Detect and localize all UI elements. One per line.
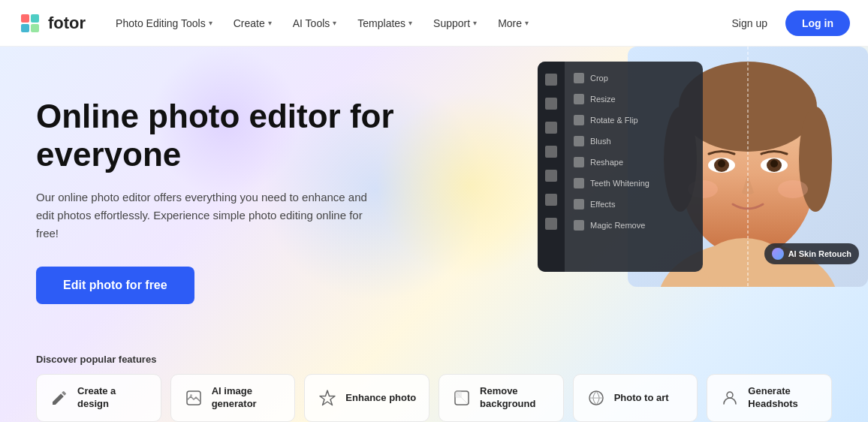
menu-item-effects[interactable]: Effects — [565, 194, 703, 215]
svg-point-23 — [190, 394, 192, 396]
chevron-down-icon: ▾ — [333, 19, 336, 27]
menu-item-blush[interactable]: Blush — [565, 131, 703, 152]
enhance-icon — [317, 387, 338, 408]
sidebar-icon-adjust[interactable] — [545, 98, 557, 110]
chevron-down-icon: ▾ — [525, 19, 529, 27]
chevron-down-icon: ▾ — [209, 19, 212, 27]
ai-skin-retouch-badge: AI Skin Retouch — [764, 243, 859, 264]
svg-point-19 — [778, 180, 808, 198]
sidebar-icon-filter[interactable] — [545, 122, 557, 134]
navbar: fotor Photo Editing Tools ▾ Create ▾ AI … — [0, 0, 868, 47]
edit-photo-button[interactable]: Edit photo for free — [36, 267, 194, 304]
chevron-down-icon: ▾ — [408, 19, 412, 27]
nav-item-create[interactable]: Create ▾ — [225, 11, 281, 35]
svg-point-28 — [727, 392, 733, 398]
ai-badge-icon — [772, 248, 784, 260]
hero-image: Crop Resize Rotate & Flip Blush — [538, 47, 868, 302]
logo-text: fotor — [48, 14, 86, 33]
sidebar-icon-text[interactable] — [545, 218, 557, 230]
editor-sidebar — [538, 62, 565, 272]
nav-item-photo-editing[interactable]: Photo Editing Tools ▾ — [107, 11, 222, 35]
nav-item-more[interactable]: More ▾ — [489, 11, 538, 35]
menu-item-crop[interactable]: Crop — [565, 68, 703, 89]
login-button[interactable]: Log in — [785, 11, 850, 36]
menu-item-magic-remove[interactable]: Magic Remove — [565, 215, 703, 236]
feature-card-remove-bg[interactable]: Remove background — [439, 374, 564, 422]
feature-card-photo-to-art[interactable]: Photo to art — [573, 374, 698, 422]
ai-image-gen-icon — [183, 387, 204, 408]
nav-links: Photo Editing Tools ▾ Create ▾ AI Tools … — [107, 11, 722, 35]
feature-card-headshots[interactable]: Generate Headshots — [707, 374, 832, 422]
sidebar-icon-eye[interactable] — [545, 146, 557, 158]
remove-bg-icon — [451, 387, 472, 408]
nav-item-support[interactable]: Support ▾ — [424, 11, 486, 35]
teeth-icon — [574, 178, 584, 188]
logo-icon — [18, 11, 42, 35]
feature-label-headshots: Generate Headshots — [748, 385, 819, 411]
blush-icon — [574, 136, 584, 146]
svg-rect-4 — [31, 24, 39, 32]
menu-item-reshape[interactable]: Reshape — [565, 152, 703, 173]
feature-label-photo-to-art: Photo to art — [614, 392, 669, 405]
menu-item-rotate[interactable]: Rotate & Flip — [565, 110, 703, 131]
chevron-down-icon: ▾ — [268, 19, 272, 27]
svg-rect-25 — [455, 391, 462, 398]
editor-panel: Crop Resize Rotate & Flip Blush — [538, 62, 703, 272]
signup-button[interactable]: Sign up — [723, 11, 776, 35]
svg-rect-3 — [21, 24, 29, 32]
feature-card-ai-image-gen[interactable]: AI image generator — [170, 374, 296, 422]
photo-composite: Crop Resize Rotate & Flip Blush — [538, 47, 868, 302]
features-title: Discover popular features — [36, 354, 832, 365]
nav-item-templates[interactable]: Templates ▾ — [348, 11, 421, 35]
hero-content: Online photo editor for everyone Our onl… — [36, 83, 426, 304]
logo[interactable]: fotor — [18, 11, 86, 35]
sidebar-icon-grid[interactable] — [545, 74, 557, 86]
features-grid: Create a design AI image generator — [36, 374, 832, 422]
svg-point-17 — [770, 160, 778, 167]
feature-label-create-design: Create a design — [77, 385, 149, 411]
effects-icon — [574, 199, 584, 209]
hero-title: Online photo editor for everyone — [36, 98, 426, 173]
create-design-icon — [49, 387, 70, 408]
feature-label-enhance: Enhance photo — [345, 392, 416, 405]
features-section: Discover popular features Create a desig… — [0, 354, 868, 422]
chevron-down-icon: ▾ — [473, 19, 477, 27]
hero-section: Online photo editor for everyone Our onl… — [0, 47, 868, 422]
magic-remove-icon — [574, 220, 584, 231]
resize-icon — [574, 94, 584, 104]
nav-item-ai-tools[interactable]: AI Tools ▾ — [284, 11, 346, 35]
photo-to-art-icon — [586, 387, 607, 408]
menu-item-teeth[interactable]: Teeth Whitening — [565, 173, 703, 194]
nav-actions: Sign up Log in — [723, 11, 850, 36]
svg-point-11 — [799, 107, 832, 212]
editor-menu: Crop Resize Rotate & Flip Blush — [565, 62, 703, 272]
reshape-icon — [574, 157, 584, 167]
menu-item-resize[interactable]: Resize — [565, 89, 703, 110]
sidebar-icon-frame[interactable] — [545, 170, 557, 182]
feature-label-ai-image-gen: AI image generator — [212, 385, 283, 411]
headshots-icon — [719, 387, 740, 408]
rotate-icon — [574, 115, 584, 125]
sidebar-icon-person[interactable] — [545, 194, 557, 206]
svg-point-14 — [718, 160, 725, 167]
feature-card-enhance[interactable]: Enhance photo — [304, 374, 429, 422]
crop-icon — [574, 73, 584, 83]
hero-description: Our online photo editor offers everythin… — [36, 188, 381, 243]
feature-label-remove-bg: Remove background — [480, 385, 551, 411]
svg-rect-2 — [31, 14, 39, 23]
svg-rect-1 — [21, 14, 29, 23]
feature-card-create-design[interactable]: Create a design — [36, 374, 161, 422]
